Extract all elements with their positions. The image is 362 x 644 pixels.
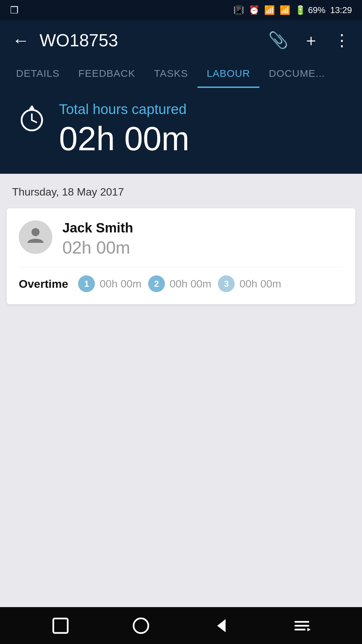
person-name: Jack Smith [62, 220, 133, 235]
tab-bar: DETAILS FEEDBACK TASKS LABOUR DOCUME... [0, 60, 362, 88]
wifi-icon: 📶 [264, 5, 275, 15]
overtime-time-3: 00h 00m [239, 278, 281, 290]
tab-tasks[interactable]: TASKS [145, 60, 197, 88]
hours-value: 02h 00m [59, 120, 189, 157]
overtime-badge-2: 2 00h 00m [148, 275, 212, 292]
card-header: Jack Smith 02h 00m [19, 220, 343, 258]
battery-icon: 🔋 69% [295, 5, 325, 15]
overtime-badge-number-3: 3 [218, 275, 235, 292]
tab-details[interactable]: DETAILS [7, 60, 69, 88]
svg-point-7 [133, 618, 148, 633]
status-time: 13:29 [330, 5, 352, 15]
clock-icon [17, 103, 47, 139]
svg-marker-8 [217, 619, 226, 632]
svg-line-2 [32, 120, 37, 122]
content-area: Thursday, 18 May 2017 Jack Smith 02h 00m… [0, 174, 362, 607]
nav-back-button[interactable] [208, 612, 235, 639]
app-icon: ❐ [10, 5, 18, 16]
header: ← WO18753 📎 ＋ ⋮ [0, 20, 362, 60]
add-icon[interactable]: ＋ [303, 30, 319, 51]
overtime-badge-number-1: 1 [78, 275, 95, 292]
svg-point-5 [32, 228, 40, 236]
overtime-row: Overtime 1 00h 00m 2 00h 00m 3 00h 00m [19, 267, 343, 292]
overtime-badge-1: 1 00h 00m [78, 275, 141, 292]
more-options-icon[interactable]: ⋮ [334, 31, 350, 50]
person-info: Jack Smith 02h 00m [62, 220, 133, 258]
nav-menu-button[interactable] [288, 612, 315, 639]
overtime-label: Overtime [19, 277, 68, 290]
svg-rect-4 [31, 106, 33, 108]
labour-entry-card: Jack Smith 02h 00m Overtime 1 00h 00m 2 … [7, 208, 355, 304]
tab-documents[interactable]: DOCUME... [259, 60, 334, 88]
person-icon [25, 225, 46, 250]
status-bar: ❐ 📳 ⏰ 📶 📶 🔋 69% 13:29 [0, 0, 362, 20]
svg-marker-12 [307, 628, 311, 631]
bottom-nav [0, 607, 362, 644]
status-icons: 📳 ⏰ 📶 📶 🔋 69% 13:29 [233, 5, 352, 15]
alarm-icon: ⏰ [249, 5, 259, 15]
date-header: Thursday, 18 May 2017 [0, 174, 362, 205]
signal-icon: 📶 [280, 5, 290, 15]
hours-info: Total hours captured 02h 00m [59, 101, 189, 157]
header-actions: 📎 ＋ ⋮ [268, 30, 350, 51]
avatar [19, 220, 52, 254]
overtime-badge-number-2: 2 [148, 275, 165, 292]
tab-labour[interactable]: LABOUR [197, 60, 259, 88]
vibrate-icon: 📳 [233, 5, 244, 15]
person-hours: 02h 00m [62, 237, 133, 258]
hours-label: Total hours captured [59, 101, 189, 117]
overtime-badge-3: 3 00h 00m [218, 275, 281, 292]
hours-section: Total hours captured 02h 00m [0, 88, 362, 174]
back-button[interactable]: ← [12, 32, 29, 49]
overtime-time-1: 00h 00m [100, 278, 141, 290]
tab-feedback[interactable]: FEEDBACK [69, 60, 145, 88]
nav-square-button[interactable] [47, 612, 74, 639]
attachment-icon[interactable]: 📎 [268, 31, 288, 50]
overtime-time-2: 00h 00m [170, 278, 212, 290]
page-title: WO18753 [40, 30, 258, 50]
svg-rect-6 [53, 619, 68, 633]
nav-home-button[interactable] [127, 612, 154, 639]
